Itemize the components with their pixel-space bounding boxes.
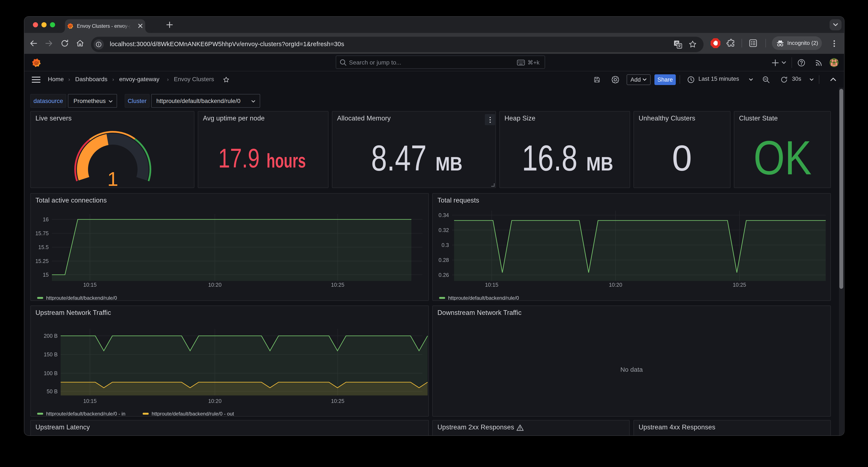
svg-text:0.26: 0.26 — [438, 272, 449, 278]
svg-text:httproute/default/backend/rule: httproute/default/backend/rule/0 - out — [152, 411, 234, 416]
svg-text:10:25: 10:25 — [331, 398, 344, 404]
svg-text:0.32: 0.32 — [438, 227, 449, 233]
svg-text:1: 1 — [107, 168, 118, 188]
svg-text:10:20: 10:20 — [208, 282, 222, 287]
svg-text:10:25: 10:25 — [733, 282, 746, 287]
svg-text:50 B: 50 B — [47, 388, 58, 394]
svg-text:15.75: 15.75 — [35, 230, 49, 236]
svg-text:10:25: 10:25 — [331, 282, 344, 287]
svg-text:httproute/default/backend/rule: httproute/default/backend/rule/0 — [448, 295, 519, 300]
svg-text:15.25: 15.25 — [35, 258, 49, 264]
svg-text:16: 16 — [43, 216, 49, 222]
svg-text:15: 15 — [43, 272, 49, 278]
svg-text:150 B: 150 B — [44, 351, 58, 357]
svg-text:10:20: 10:20 — [609, 282, 622, 287]
svg-text:httproute/default/backend/rule: httproute/default/backend/rule/0 — [46, 295, 117, 300]
svg-text:200 B: 200 B — [44, 333, 58, 339]
svg-text:10:20: 10:20 — [208, 398, 222, 404]
svg-text:10:15: 10:15 — [83, 282, 97, 287]
svg-text:0.3: 0.3 — [441, 242, 449, 248]
svg-text:httproute/default/backend/rule: httproute/default/backend/rule/0 - in — [46, 411, 125, 416]
svg-text:0.34: 0.34 — [438, 212, 449, 218]
svg-text:10:15: 10:15 — [485, 282, 498, 287]
svg-text:15.5: 15.5 — [38, 244, 49, 250]
svg-text:10:15: 10:15 — [83, 398, 97, 404]
svg-text:0.28: 0.28 — [438, 257, 449, 263]
svg-text:100 B: 100 B — [44, 370, 58, 376]
